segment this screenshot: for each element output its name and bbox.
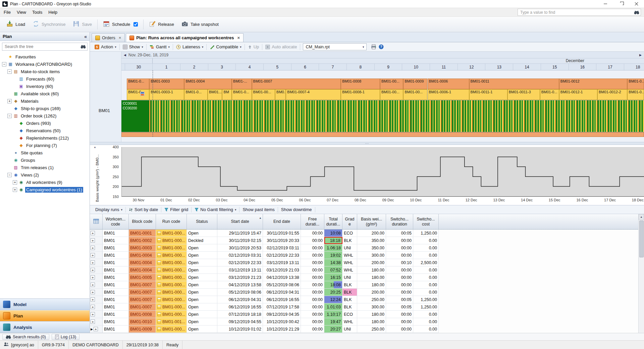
- campaign-block-8-bm01-0006[interactable]: BM01-0006: [428, 79, 469, 89]
- tree-item-all-workcentres-9[interactable]: +◉All workcentres (9): [0, 179, 90, 186]
- tree-expander-minus-icon[interactable]: −: [7, 114, 12, 118]
- expand-row-button[interactable]: +: [91, 297, 95, 302]
- run-row-9[interactable]: +BM01BM01-0007BM01-000...Open06/12/2019 …: [90, 296, 439, 303]
- run-block-8-bm01-0007-4[interactable]: BM01-0007-4: [286, 89, 341, 100]
- column-header-end-date[interactable]: End date: [263, 214, 301, 229]
- day-header-6[interactable]: 6: [291, 64, 319, 70]
- column-header-status[interactable]: Status: [187, 214, 217, 229]
- column-header-switchover-duration[interactable]: Switcho...duration: [386, 214, 413, 229]
- compatible-button[interactable]: Compatible▾: [207, 43, 244, 50]
- nav-model-button[interactable]: Model: [0, 299, 90, 310]
- action-button[interactable]: Action▾: [92, 43, 119, 50]
- current-run-block[interactable]: CC00001CC00200: [121, 100, 149, 132]
- campaign-block-4-bm01-0007[interactable]: BM01-0007: [252, 79, 341, 89]
- tree-search-input[interactable]: [2, 44, 79, 49]
- up-button[interactable]: Up: [246, 43, 262, 50]
- menu-file[interactable]: File: [1, 9, 14, 16]
- tree-item-ship-to-groups-169[interactable]: ◆Ship-to groups (169): [0, 105, 90, 112]
- tree-item-favourites[interactable]: ★Favourites: [0, 53, 90, 60]
- nav-analysis-button[interactable]: Analysis: [0, 321, 90, 333]
- run-block-15-bm01-0[interactable]: BM01-0...: [540, 89, 559, 100]
- column-header-switchover-cost[interactable]: Switcho...cost: [413, 214, 439, 229]
- lateness-button[interactable]: Lateness▾: [174, 43, 206, 50]
- campaign-block-11-bm01-0[interactable]: BM01-0...: [627, 79, 644, 89]
- campaign-block-6-bm01-00[interactable]: BM01-00...: [380, 79, 403, 89]
- day-header-10[interactable]: 10: [402, 64, 430, 70]
- menu-help[interactable]: Help: [45, 9, 60, 16]
- day-header-7[interactable]: 7: [319, 64, 346, 70]
- workcentre-label[interactable]: BM01: [99, 108, 110, 113]
- close-tab-icon[interactable]: ×: [237, 35, 240, 40]
- day-header-14[interactable]: 14: [513, 64, 541, 70]
- filter-grid-button[interactable]: Filter grid: [162, 206, 191, 213]
- report-selector[interactable]: CM_Main.rpt▾: [303, 43, 367, 50]
- find-input[interactable]: [518, 10, 633, 15]
- tab-orders[interactable]: Orders×: [92, 33, 125, 42]
- tree-expander-plus-icon[interactable]: +: [13, 188, 17, 192]
- expand-row-button[interactable]: +: [91, 319, 95, 324]
- column-header-basis-weight[interactable]: Basis wei...(g/m²): [357, 214, 386, 229]
- bottom-tab-log-13[interactable]: Log (13): [52, 334, 80, 340]
- release-button[interactable]: Release: [145, 18, 178, 31]
- help-icon[interactable]: ?: [379, 44, 384, 49]
- expand-row-button[interactable]: +: [91, 275, 95, 280]
- campaign-block-2-bm01-0004[interactable]: BM01-0004: [184, 79, 231, 89]
- show-past-items-button[interactable]: Show past items: [240, 206, 277, 213]
- tree-item-order-book-1262[interactable]: −▥Order book (1262): [0, 112, 90, 119]
- campaign-block-5-bm01-0008[interactable]: BM01-0008: [341, 79, 380, 89]
- column-header-start-date[interactable]: Start date▲: [217, 214, 263, 229]
- schedule-checkbox[interactable]: [133, 22, 138, 27]
- day-header-8[interactable]: 8: [346, 64, 374, 70]
- day-header-15[interactable]: 15: [541, 64, 569, 70]
- tree-item-inventory-60[interactable]: ▣Inventory (60): [0, 83, 90, 90]
- display-runs-button[interactable]: Display runs▾: [93, 206, 125, 213]
- expand-row-button[interactable]: +: [91, 238, 95, 243]
- run-block-6-bm01-00[interactable]: BM01-00...: [252, 89, 275, 100]
- campaign-block-0-bm01-0[interactable]: BM01-0...: [127, 79, 149, 89]
- run-row-1[interactable]: +BM01BM01-0002BM01-000...Deckled30/11/20…: [90, 237, 439, 244]
- show-button[interactable]: Show▾: [120, 43, 146, 50]
- column-header-block-code[interactable]: Block code: [129, 214, 156, 229]
- tree-expander-minus-icon[interactable]: −: [7, 69, 12, 74]
- run-row-0[interactable]: +BM01BM01-0001BM01-000...Open29/11/2019 …: [90, 230, 439, 237]
- load-button[interactable]: Load: [3, 18, 29, 31]
- tree-expander-plus-icon[interactable]: +: [7, 99, 12, 103]
- run-row-2[interactable]: +BM01BM01-0003BM01-000...Open30/11/2019 …: [90, 244, 439, 252]
- bottom-tab-search-results-0[interactable]: Search results (0): [2, 334, 49, 340]
- tree-expander-minus-icon[interactable]: −: [7, 173, 12, 177]
- tree-item-available-stock-60[interactable]: ▦Available stock (60): [0, 90, 90, 97]
- collapse-sidebar-button[interactable]: «: [84, 34, 87, 39]
- run-block-10-bm01-00[interactable]: BM01-00...: [380, 89, 403, 100]
- day-header-18[interactable]: 18: [624, 64, 644, 70]
- tree-item-orders-993[interactable]: ◆Orders (993): [0, 119, 90, 127]
- tab-plan-runs-across-all-campaigned-workcent[interactable]: Plan: Runs across all campaigned workcen…: [126, 33, 244, 42]
- day-header-16[interactable]: 16: [569, 64, 596, 70]
- run-block-9-bm01-0008-1[interactable]: BM01-0008-1: [341, 89, 380, 100]
- day-header-3[interactable]: 3: [208, 64, 236, 70]
- synchronise-button[interactable]: Synchronise: [29, 18, 69, 31]
- run-row-8[interactable]: +BM01BM01-0007BM01-000...Open05/12/2019 …: [90, 289, 439, 296]
- run-row-11[interactable]: +BM01BM01-0008BM01-000...Open07/12/2019 …: [90, 311, 439, 318]
- expand-row-button[interactable]: +: [91, 268, 95, 272]
- run-block-5-bm01-0[interactable]: BM01-0...: [232, 89, 252, 100]
- day-header-2[interactable]: 2: [180, 64, 208, 70]
- scroll-up-icon[interactable]: ▲: [639, 214, 644, 220]
- tree-item-trim-releases-1[interactable]: ▨Trim releases (1): [0, 164, 90, 171]
- gantt-button[interactable]: Gantt▾: [147, 43, 172, 50]
- tree-item-make-to-stock-items[interactable]: −▤Make-to-stock items: [0, 68, 90, 75]
- run-row-3[interactable]: +BM01BM01-0004BM01-000...Open02/12/2019 …: [90, 252, 439, 259]
- close-button[interactable]: [629, 0, 644, 8]
- tree-item-reservations-50[interactable]: ◆Reservations (50): [0, 127, 90, 134]
- schedule-button[interactable]: Schedule: [99, 18, 142, 31]
- run-block-7-bm0[interactable]: BM0...: [275, 89, 286, 100]
- column-header-grade[interactable]: Grade: [342, 214, 357, 229]
- run-row-12[interactable]: +BM01BM01-0010BM01-001...Open09/12/2019 …: [90, 318, 439, 326]
- column-header-total-duration[interactable]: Totaldurati...: [324, 214, 342, 229]
- day-header-17[interactable]: 17: [596, 64, 624, 70]
- gantt-chart-splitter[interactable]: ⋯: [90, 142, 644, 145]
- column-header-run-code[interactable]: Run code: [156, 214, 187, 229]
- day-header-13[interactable]: 13: [485, 64, 513, 70]
- expand-row-button[interactable]: +: [91, 231, 95, 235]
- column-header-free-duration[interactable]: Freedurati...: [301, 214, 324, 229]
- take-snapshot-button[interactable]: Take snapshot: [178, 18, 222, 31]
